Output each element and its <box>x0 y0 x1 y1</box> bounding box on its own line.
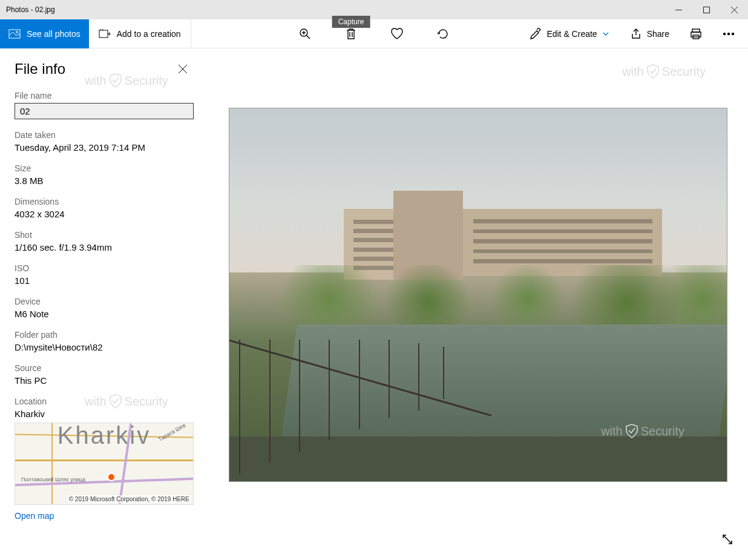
chevron-down-icon <box>602 31 609 36</box>
location-value: Kharkiv <box>15 409 194 419</box>
size-label: Size <box>15 163 194 173</box>
delete-button[interactable]: Capture <box>339 19 363 48</box>
svg-point-5 <box>16 31 18 33</box>
more-icon <box>723 33 734 35</box>
svg-rect-6 <box>99 30 108 38</box>
print-icon <box>690 28 702 40</box>
shot-value: 1/160 sec. f/1.9 3.94mm <box>15 242 194 252</box>
trash-icon <box>346 28 356 40</box>
iso-value: 101 <box>15 275 194 286</box>
add-to-creation-label: Add to a creation <box>117 29 181 39</box>
dimensions-label: Dimensions <box>15 197 194 206</box>
folder-value: D:\mysite\Новости\82 <box>15 342 194 352</box>
svg-rect-1 <box>703 7 709 13</box>
source-value: This PC <box>15 375 194 386</box>
close-panel-button[interactable] <box>172 58 194 80</box>
size-value: 3.8 MB <box>15 176 194 186</box>
location-map[interactable]: Kharkiv Полтавський Шлях улица Тараса Ше… <box>15 423 194 505</box>
capture-tooltip: Capture <box>332 16 370 28</box>
window-title: Photos - 02.jpg <box>6 5 664 14</box>
source-label: Source <box>15 363 194 373</box>
more-button[interactable] <box>717 19 741 48</box>
open-map-link[interactable]: Open map <box>15 511 54 521</box>
file-info-panel: with Security with Security File info Fi… <box>0 48 208 560</box>
right-toolbar: Edit & Create Share <box>523 19 748 48</box>
iso-field: ISO 101 <box>15 263 194 286</box>
zoom-button[interactable] <box>293 19 317 48</box>
fullscreen-icon <box>722 534 733 545</box>
map-city-label: Kharkiv <box>57 423 151 449</box>
add-creation-icon <box>99 28 111 39</box>
location-field: Location Kharkiv <box>15 397 194 419</box>
see-all-photos-label: See all photos <box>27 29 80 39</box>
size-field: Size 3.8 MB <box>15 163 194 186</box>
edit-icon <box>530 28 542 40</box>
main-body: with Security with Security File info Fi… <box>0 48 748 560</box>
svg-point-18 <box>724 33 726 35</box>
close-window-button[interactable] <box>720 0 748 19</box>
folder-label: Folder path <box>15 330 194 340</box>
svg-rect-15 <box>692 29 700 32</box>
share-icon <box>630 28 642 39</box>
heart-icon <box>390 28 404 40</box>
shot-field: Shot 1/160 sec. f/1.9 3.94mm <box>15 230 194 252</box>
file-info-header: File info <box>15 58 194 80</box>
maximize-button[interactable] <box>692 0 720 19</box>
photo-image[interactable]: with Security <box>229 108 727 482</box>
svg-line-10 <box>307 35 310 39</box>
toolbar: See all photos Add to a creation Capture <box>0 19 748 48</box>
photo-icon <box>8 29 21 39</box>
dimensions-field: Dimensions 4032 x 3024 <box>15 197 194 219</box>
photo-viewport: with Security <box>208 48 748 560</box>
print-button[interactable] <box>684 19 708 48</box>
filename-label: File name <box>15 91 194 100</box>
window-titlebar: Photos - 02.jpg <box>0 0 748 19</box>
share-label: Share <box>647 29 669 39</box>
date-value: Tuesday, April 23, 2019 7:14 PM <box>15 142 194 153</box>
file-info-title: File info <box>15 61 65 77</box>
map-pin-icon <box>107 473 116 481</box>
edit-create-button[interactable]: Edit & Create <box>523 19 615 48</box>
minimize-button[interactable] <box>664 0 692 19</box>
rotate-icon <box>436 28 450 40</box>
map-road-label: Полтавський Шлях улица <box>21 476 85 483</box>
filename-field: File name <box>15 91 194 119</box>
map-credit: © 2019 Microsoft Corporation, © 2019 HER… <box>68 495 191 503</box>
location-label: Location <box>15 397 194 406</box>
rotate-button[interactable] <box>431 19 455 48</box>
device-value: M6 Note <box>15 309 194 319</box>
favorite-button[interactable] <box>385 19 409 48</box>
svg-point-20 <box>732 33 734 35</box>
edit-create-label: Edit & Create <box>546 29 597 39</box>
shot-label: Shot <box>15 230 194 240</box>
add-to-creation-button[interactable]: Add to a creation <box>89 19 191 48</box>
svg-line-23 <box>723 535 732 544</box>
zoom-icon <box>299 28 311 40</box>
share-button[interactable]: Share <box>624 19 675 48</box>
watermark: with Security <box>622 64 706 79</box>
device-label: Device <box>15 297 194 306</box>
fullscreen-button[interactable] <box>717 529 738 550</box>
svg-point-19 <box>728 33 730 35</box>
iso-label: ISO <box>15 263 194 273</box>
device-field: Device M6 Note <box>15 297 194 319</box>
date-field: Date taken Tuesday, April 23, 2019 7:14 … <box>15 130 194 153</box>
date-label: Date taken <box>15 130 194 140</box>
close-icon <box>178 64 188 74</box>
filename-input[interactable] <box>15 103 194 119</box>
see-all-photos-button[interactable]: See all photos <box>0 19 89 48</box>
source-field: Source This PC <box>15 363 194 386</box>
center-toolbar: Capture <box>293 19 455 48</box>
map-road-label: Тараса Шев <box>157 423 186 443</box>
dimensions-value: 4032 x 3024 <box>15 209 194 219</box>
folder-field: Folder path D:\mysite\Новости\82 <box>15 330 194 352</box>
